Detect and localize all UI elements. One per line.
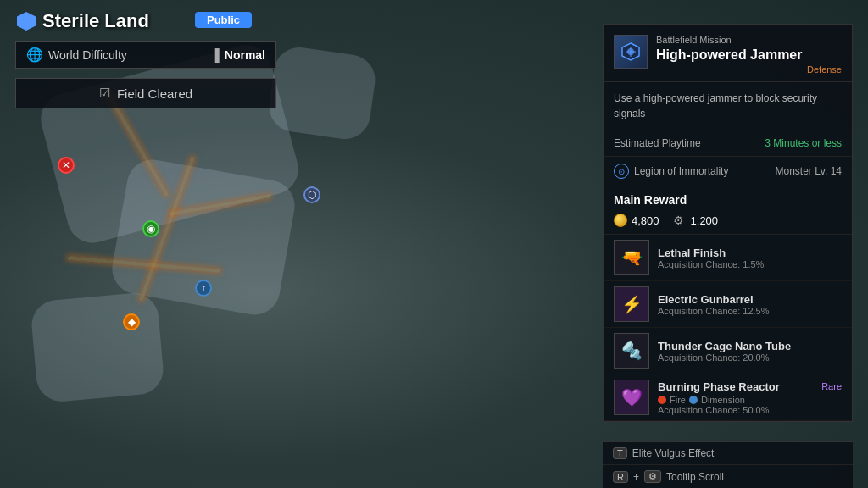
public-badge: Public bbox=[195, 12, 252, 28]
legion-name: Legion of Immortality bbox=[634, 165, 728, 177]
mission-icon bbox=[614, 35, 648, 69]
mission-tag: Defense bbox=[656, 64, 842, 75]
reward-name-1: Lethal Finish bbox=[658, 247, 842, 259]
gear-amount: 1,200 bbox=[691, 214, 719, 227]
reward-item-4: 💜 Burning Phase Reactor Rare Fire Dimens… bbox=[604, 374, 852, 421]
gear-currency: ⚙ 1,200 bbox=[673, 214, 719, 227]
currency-row: 4,800 ⚙ 1,200 bbox=[604, 210, 852, 235]
reward-thumb-2: ⚡ bbox=[614, 286, 649, 322]
mission-name: High-powered Jammer bbox=[656, 47, 842, 63]
reward-rare-label: Rare bbox=[821, 381, 842, 391]
check-icon: ☑ bbox=[99, 86, 110, 101]
reward-chance-2: Acquisition Chance: 12.5% bbox=[658, 306, 842, 316]
fire-icon bbox=[658, 396, 666, 404]
reward-name-3: Thunder Cage Nano Tube bbox=[658, 340, 842, 352]
marker-red[interactable]: ✕ bbox=[58, 157, 75, 174]
reward-item-1: 🔫 Lethal Finish Acquisition Chance: 1.5% bbox=[604, 235, 852, 281]
key-r: R bbox=[613, 471, 628, 483]
mission-header: Battlefield Mission High-powered Jammer … bbox=[604, 25, 852, 82]
globe-icon: 🌐 bbox=[26, 47, 43, 63]
world-difficulty-bar: 🌐 World Difficulty ▐ Normal bbox=[15, 41, 276, 69]
mission-type: Battlefield Mission bbox=[656, 35, 842, 45]
bottom-bar: T Elite Vulgus Effect R + ⚙ Tooltip Scro… bbox=[603, 441, 853, 488]
reward-thumb-3: 🔩 bbox=[614, 333, 649, 369]
world-difficulty-label: World Difficulty bbox=[48, 48, 127, 62]
reward-item-3: 🔩 Thunder Cage Nano Tube Acquisition Cha… bbox=[604, 328, 852, 374]
marker-blue[interactable]: ↑ bbox=[195, 280, 212, 297]
tooltip-row: R + ⚙ Tooltip Scroll bbox=[603, 465, 853, 488]
reward-info-2: Electric Gunbarrel Acquisition Chance: 1… bbox=[658, 293, 842, 316]
reward-name-2: Electric Gunbarrel bbox=[658, 293, 842, 306]
reward-info-1: Lethal Finish Acquisition Chance: 1.5% bbox=[658, 247, 842, 269]
marker-mission[interactable]: ⬡ bbox=[303, 186, 320, 203]
mission-info: Battlefield Mission High-powered Jammer … bbox=[656, 35, 842, 75]
field-cleared-bar: ☑ Field Cleared bbox=[15, 78, 276, 108]
playtime-label: Estimated Playtime bbox=[614, 137, 701, 149]
dimension-icon bbox=[689, 396, 698, 404]
reward-item-2: ⚡ Electric Gunbarrel Acquisition Chance:… bbox=[604, 281, 852, 328]
playtime-value: 3 Minutes or less bbox=[765, 137, 842, 149]
elite-row: T Elite Vulgus Effect bbox=[603, 442, 853, 465]
bar-icon: ▐ bbox=[211, 48, 220, 62]
shield-icon bbox=[17, 12, 36, 30]
tooltip-label: Tooltip Scroll bbox=[666, 471, 724, 483]
monster-level: Monster Lv. 14 bbox=[776, 165, 842, 177]
key-t: T bbox=[613, 447, 627, 459]
mission-description: Use a high-powered jammer to block secur… bbox=[604, 82, 852, 130]
gold-icon bbox=[614, 214, 627, 227]
reward-thumb-4: 💜 bbox=[614, 380, 649, 415]
reward-name-4: Burning Phase Reactor bbox=[658, 380, 780, 393]
marker-green[interactable]: ◉ bbox=[142, 220, 159, 237]
field-cleared-label: Field Cleared bbox=[117, 86, 192, 101]
marker-orange[interactable]: ◆ bbox=[123, 313, 140, 330]
mission-panel: Battlefield Mission High-powered Jammer … bbox=[603, 24, 853, 422]
elite-label: Elite Vulgus Effect bbox=[632, 447, 715, 459]
gold-amount: 4,800 bbox=[632, 214, 659, 227]
gear-icon: ⚙ bbox=[673, 214, 687, 227]
scroll-icon: ⚙ bbox=[644, 470, 661, 483]
legion-row: ⊙ Legion of Immortality Monster Lv. 14 bbox=[604, 157, 852, 186]
reward-chance-3: Acquisition Chance: 20.0% bbox=[658, 352, 842, 363]
key-plus: + bbox=[633, 471, 639, 483]
main-reward-title: Main Reward bbox=[604, 186, 852, 210]
reward-info-3: Thunder Cage Nano Tube Acquisition Chanc… bbox=[658, 340, 842, 363]
world-difficulty-value: Normal bbox=[225, 48, 265, 62]
playtime-row: Estimated Playtime 3 Minutes or less bbox=[604, 130, 852, 157]
reward-info-4: Burning Phase Reactor Rare Fire Dimensio… bbox=[658, 380, 842, 415]
legion-info: ⊙ Legion of Immortality bbox=[614, 164, 728, 179]
reward-thumb-1: 🔫 bbox=[614, 240, 649, 275]
reward-chance-4: Acquisition Chance: 50.0% bbox=[658, 405, 842, 415]
reward-tags-4: Fire Dimension bbox=[658, 395, 842, 405]
reward-chance-1: Acquisition Chance: 1.5% bbox=[658, 259, 842, 269]
legion-icon: ⊙ bbox=[614, 164, 629, 179]
gold-currency: 4,800 bbox=[614, 214, 659, 227]
map-title: Sterile Land bbox=[17, 10, 149, 32]
